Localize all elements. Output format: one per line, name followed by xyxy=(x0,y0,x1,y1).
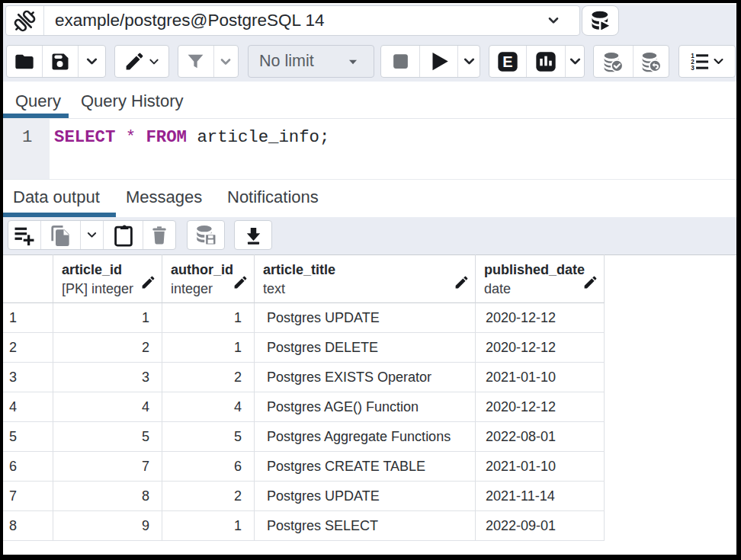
svg-text:E: E xyxy=(502,53,512,69)
svg-text:3: 3 xyxy=(691,65,694,72)
